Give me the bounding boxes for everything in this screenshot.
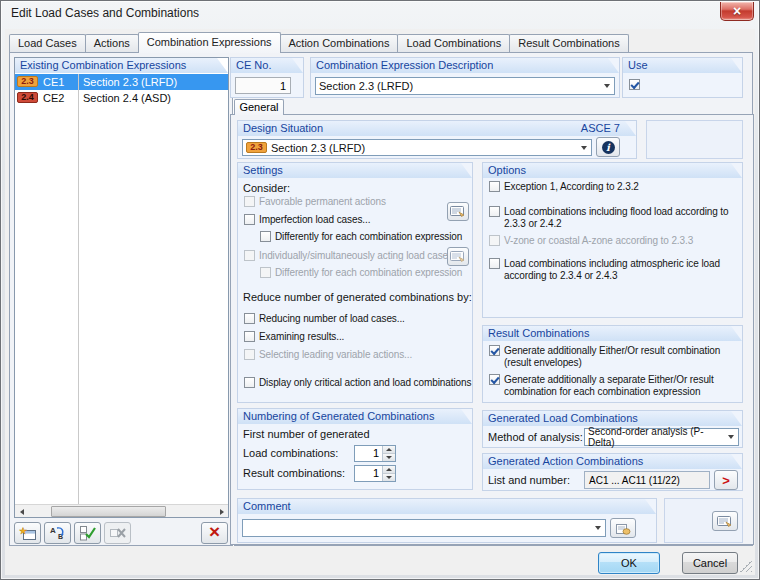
result-combinations-header: Result Combinations [483,326,742,341]
comment-group: Comment [237,498,657,543]
generated-action-header: Generated Action Combinations [483,454,742,469]
result-combinations-label: Result combinations: [243,467,345,479]
renumber-button[interactable]: A B [44,522,71,544]
renumber-icon: A B [49,525,66,541]
badge-2-3: 2.3 [17,76,38,87]
checkbox-row: Load combinations including flood load a… [489,206,736,230]
description-header: Combination Expression Description [311,58,619,73]
svg-text:★: ★ [19,526,27,536]
info-icon: i [602,141,615,154]
tab-combination-expressions[interactable]: Combination Expressions [138,32,281,53]
ce-no-field[interactable]: 1 [235,77,291,94]
list-item[interactable]: 2.4 CE2 Section 2.4 (ASD) [15,90,228,106]
tab-general[interactable]: General [234,99,284,115]
differently-each-expression-checkbox[interactable] [260,231,271,242]
spin-up-icon[interactable] [383,466,395,474]
tab-result-combinations[interactable]: Result Combinations [509,34,629,52]
new-expression-button[interactable]: ★ [14,522,41,544]
numbering-header: Numbering of Generated Combinations [238,409,472,424]
resize-grip[interactable] [740,560,752,572]
checkbox-row: Exception 1, According to 2.3.2 [489,181,736,193]
checkbox-label: Exception 1, According to 2.3.2 [504,181,639,193]
consider-label: Consider: [243,182,290,194]
individually-settings-button[interactable] [447,247,469,266]
display-only-critical-checkbox[interactable] [244,377,255,388]
tab-actions[interactable]: Actions [85,34,139,52]
spinner-value: 1 [355,466,382,481]
extra-panel [664,498,743,543]
list-item-desc: Section 2.3 (LRFD) [83,76,177,88]
checkbox-label: Reducing number of load cases... [259,313,405,325]
new-icon: ★ [19,526,37,541]
checkbox-row: Differently for each combination express… [260,267,468,279]
tab-load-cases[interactable]: Load Cases [9,34,86,52]
imperfection-load-cases-checkbox[interactable] [244,214,255,225]
checkbox-label: Selecting leading variable actions... [259,349,412,361]
numbering-intro-label: First number of generated [243,428,370,440]
method-of-analysis-combobox[interactable]: Second-order analysis (P-Delta) [584,428,739,446]
atmospheric-ice-checkbox[interactable] [489,258,500,269]
info-button[interactable]: i [596,137,620,157]
tab-load-combinations[interactable]: Load Combinations [397,34,510,52]
tab-action-combinations[interactable]: Action Combinations [280,34,399,52]
spin-down-icon[interactable] [383,454,395,461]
checkbox-label: Differently for each combination express… [275,267,462,279]
comment-combobox[interactable] [242,519,606,537]
show-action-combinations-button[interactable] [714,470,738,490]
expression-settings-button[interactable] [712,511,738,531]
generate-separate-either-or-checkbox[interactable] [489,374,500,385]
close-icon [733,2,741,20]
ce-no-header: CE No. [231,58,303,73]
uncheck-all-icon [109,525,127,541]
list-item[interactable]: 2.3 CE1 Section 2.3 (LRFD) [15,74,228,90]
comment-header: Comment [238,499,656,514]
design-situation-combobox[interactable]: 2.3 Section 2.3 (LRFD) [242,139,592,156]
result-combinations-spinner[interactable]: 1 [354,465,396,482]
standard-label: ASCE 7 [581,121,620,136]
edit-settings-icon [450,250,466,263]
red-arrow-icon [722,471,730,489]
cancel-button[interactable]: Cancel [682,552,738,574]
description-combobox[interactable]: Section 2.3 (LRFD) [315,77,615,95]
scroll-right-arrow-icon[interactable] [215,505,228,518]
dialog-body: Load Cases Actions Combination Expressio… [5,29,755,575]
selecting-leading-actions-checkbox[interactable] [244,349,255,360]
delete-expression-button[interactable] [201,522,228,544]
uncheck-all-button[interactable] [104,522,131,544]
individually-acting-load-cases-checkbox[interactable] [244,250,255,261]
examining-results-checkbox[interactable] [244,331,255,342]
description-value: Section 2.3 (LRFD) [319,80,413,92]
use-checkbox[interactable] [629,79,640,90]
spin-up-icon[interactable] [383,446,395,454]
v-zone-checkbox[interactable] [489,235,500,246]
exception-1-checkbox[interactable] [489,181,500,192]
favorable-permanent-actions-checkbox[interactable] [244,196,255,207]
horizontal-scrollbar[interactable] [15,504,228,517]
ce-no-value: 1 [280,80,286,92]
existing-combination-expressions-list: Existing Combination Expressions 2.3 CE1… [14,57,229,518]
spin-down-icon[interactable] [383,474,395,481]
scrollbar-thumb[interactable] [51,506,166,517]
svg-text:A: A [50,526,56,535]
generate-either-or-checkbox[interactable] [489,345,500,356]
comment-templates-button[interactable] [610,518,636,538]
checkbox-row: Examining results... [244,331,468,343]
checkbox-row: Reducing number of load cases... [244,313,468,325]
load-combinations-spinner[interactable]: 1 [354,445,396,462]
action-combinations-list-value: AC1 ... AC11 (11/22) [589,475,680,486]
ok-button[interactable]: OK [598,552,660,574]
checkbox-label: Favorable permanent actions [259,196,386,208]
differently-each-expression-2-checkbox[interactable] [260,267,271,278]
load-combinations-label: Load combinations: [243,447,338,459]
imperfection-settings-button[interactable] [447,202,469,221]
close-button[interactable] [720,2,754,21]
flood-load-checkbox[interactable] [489,206,500,217]
check-all-button[interactable] [74,522,101,544]
checkbox-row: V-zone or coastal A-zone according to 2.… [489,235,736,247]
reducing-load-cases-checkbox[interactable] [244,313,255,324]
tab-bar: Load Cases Actions Combination Expressio… [9,31,628,52]
ce-no-group: CE No. 1 [230,57,304,98]
use-group: Use [622,57,743,98]
design-situation-value: Section 2.3 (LRFD) [271,142,365,154]
scroll-left-arrow-icon[interactable] [15,505,28,518]
